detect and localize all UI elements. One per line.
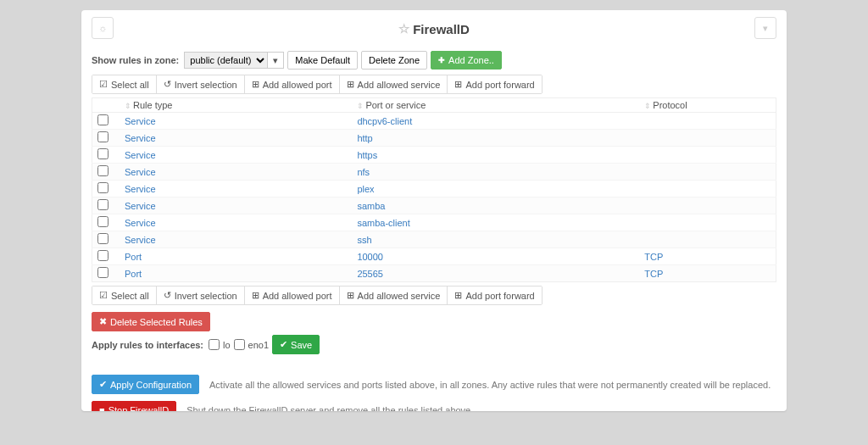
rule-type-link[interactable]: Service: [125, 167, 156, 177]
rules-table: ⇕Rule type ⇕Port or service ⇕Protocol Se…: [92, 97, 776, 282]
add-allowed-port-button[interactable]: ⊞Add allowed port: [245, 286, 340, 304]
stop-button[interactable]: ■ Stop FirewallD: [92, 401, 176, 411]
plus-box-icon: ⊞: [454, 290, 462, 301]
col-protocol[interactable]: Protocol: [653, 100, 687, 110]
zone-select[interactable]: public (default): [184, 52, 268, 69]
title-bar: ☼ ☆ FirewallD ▾: [92, 17, 776, 41]
rule-type-link[interactable]: Service: [125, 184, 156, 194]
filter-icon[interactable]: ▾: [754, 17, 776, 39]
rule-type-link[interactable]: Port: [125, 252, 142, 262]
delete-zone-button[interactable]: Delete Zone: [361, 51, 427, 70]
stop-row: ■ Stop FirewallD Shut down the FirewallD…: [92, 401, 776, 411]
add-allowed-port-label: Add allowed port: [263, 80, 332, 90]
table-row: Servicesamba: [92, 197, 776, 214]
plus-box-icon: ⊞: [252, 290, 259, 301]
port-link[interactable]: http: [357, 133, 372, 143]
check-icon: ☑: [99, 290, 108, 301]
gear-icon[interactable]: ☼: [92, 17, 114, 39]
port-link[interactable]: https: [357, 150, 377, 160]
zone-controls: Show rules in zone: public (default) ▾ M…: [92, 51, 776, 70]
add-allowed-service-button[interactable]: ⊞Add allowed service: [340, 286, 448, 304]
rule-type-link[interactable]: Service: [125, 201, 156, 211]
apply-interfaces-label: Apply rules to interfaces:: [92, 340, 203, 350]
row-checkbox[interactable]: [97, 165, 108, 176]
table-toolbar-top: ☑Select all ↺Invert selection ⊞Add allow…: [92, 75, 542, 94]
add-zone-label: Add Zone..: [448, 55, 494, 65]
port-link[interactable]: ssh: [357, 235, 371, 245]
select-all-button[interactable]: ☑Select all: [92, 286, 157, 304]
zone-label: Show rules in zone:: [92, 55, 179, 65]
rule-type-link[interactable]: Port: [125, 269, 142, 279]
rule-type-link[interactable]: Service: [125, 218, 156, 228]
plus-box-icon: ⊞: [347, 290, 354, 301]
invert-selection-button[interactable]: ↺Invert selection: [157, 286, 245, 304]
plus-box-icon: ⊞: [252, 79, 259, 90]
iface-lo-checkbox[interactable]: [209, 339, 220, 350]
rule-type-link[interactable]: Service: [125, 150, 156, 160]
apply-config-help: Activate all the allowed services and po…: [209, 380, 771, 390]
port-link[interactable]: samba-client: [357, 218, 409, 228]
delete-selected-button[interactable]: ✖ Delete Selected Rules: [92, 312, 210, 331]
add-port-forward-label: Add port forward: [465, 80, 534, 90]
sort-icon[interactable]: ⇕: [357, 102, 364, 110]
iface-lo-label: lo: [223, 340, 231, 350]
table-toolbar-bottom: ☑Select all ↺Invert selection ⊞Add allow…: [92, 286, 542, 305]
make-default-button[interactable]: Make Default: [287, 51, 358, 70]
stop-icon: ■: [99, 405, 105, 411]
zone-dropdown-caret[interactable]: ▾: [268, 52, 284, 69]
rule-type-link[interactable]: Service: [125, 116, 156, 126]
star-icon[interactable]: ☆: [398, 21, 409, 36]
invert-selection-button[interactable]: ↺Invert selection: [157, 75, 245, 93]
table-row: Servicessh: [92, 231, 776, 248]
port-link[interactable]: plex: [357, 184, 374, 194]
row-checkbox[interactable]: [97, 216, 108, 227]
apply-interfaces-row: Apply rules to interfaces: lo eno1 ✔ Sav…: [92, 335, 776, 354]
rule-type-link[interactable]: Service: [125, 235, 156, 245]
iface-eno1-checkbox[interactable]: [234, 339, 245, 350]
save-label: Save: [291, 340, 312, 350]
apply-config-label: Apply Configuration: [110, 380, 192, 390]
apply-config-button[interactable]: ✔ Apply Configuration: [92, 375, 199, 394]
row-checkbox[interactable]: [97, 182, 108, 193]
add-port-forward-button[interactable]: ⊞Add port forward: [448, 286, 541, 304]
port-link[interactable]: samba: [357, 201, 385, 211]
row-checkbox[interactable]: [97, 148, 108, 159]
add-port-forward-button[interactable]: ⊞Add port forward: [448, 75, 541, 93]
table-row: Port10000TCP: [92, 248, 776, 265]
add-allowed-port-button[interactable]: ⊞Add allowed port: [245, 75, 340, 93]
table-row: Serviceplex: [92, 181, 776, 197]
row-checkbox[interactable]: [97, 199, 108, 210]
add-allowed-service-button[interactable]: ⊞Add allowed service: [340, 75, 448, 93]
sort-icon[interactable]: ⇕: [125, 102, 131, 110]
add-zone-button[interactable]: ✚ Add Zone..: [431, 51, 502, 70]
port-link[interactable]: 25565: [357, 269, 383, 279]
add-allowed-service-label: Add allowed service: [358, 80, 441, 90]
protocol-link[interactable]: TCP: [644, 252, 663, 262]
check-icon: ☑: [99, 79, 108, 90]
protocol-link[interactable]: TCP: [644, 269, 663, 279]
delete-selected-label: Delete Selected Rules: [110, 317, 203, 327]
port-link[interactable]: 10000: [357, 252, 383, 262]
port-link[interactable]: dhcpv6-client: [357, 116, 412, 126]
row-checkbox[interactable]: [97, 114, 108, 125]
rule-type-link[interactable]: Service: [125, 133, 156, 143]
col-rule-type[interactable]: Rule type: [133, 100, 172, 110]
add-allowed-service-label: Add allowed service: [358, 291, 441, 301]
page-title: ☆ FirewallD: [398, 21, 470, 36]
select-all-button[interactable]: ☑Select all: [92, 75, 157, 93]
row-checkbox[interactable]: [97, 267, 108, 278]
table-row: Servicesamba-client: [92, 214, 776, 231]
add-allowed-port-label: Add allowed port: [263, 291, 332, 301]
plus-icon: ✚: [438, 56, 445, 64]
save-button[interactable]: ✔ Save: [272, 335, 320, 354]
col-port-service[interactable]: Port or service: [365, 100, 426, 110]
row-checkbox[interactable]: [97, 131, 108, 142]
sort-icon[interactable]: ⇕: [644, 102, 651, 110]
row-checkbox[interactable]: [97, 233, 108, 244]
cancel-icon: ✖: [99, 316, 107, 327]
row-checkbox[interactable]: [97, 250, 108, 261]
invert-selection-label: Invert selection: [175, 291, 237, 301]
check-circle-icon: ✔: [280, 339, 287, 350]
port-link[interactable]: nfs: [357, 167, 370, 177]
table-row: Servicehttp: [92, 130, 776, 147]
